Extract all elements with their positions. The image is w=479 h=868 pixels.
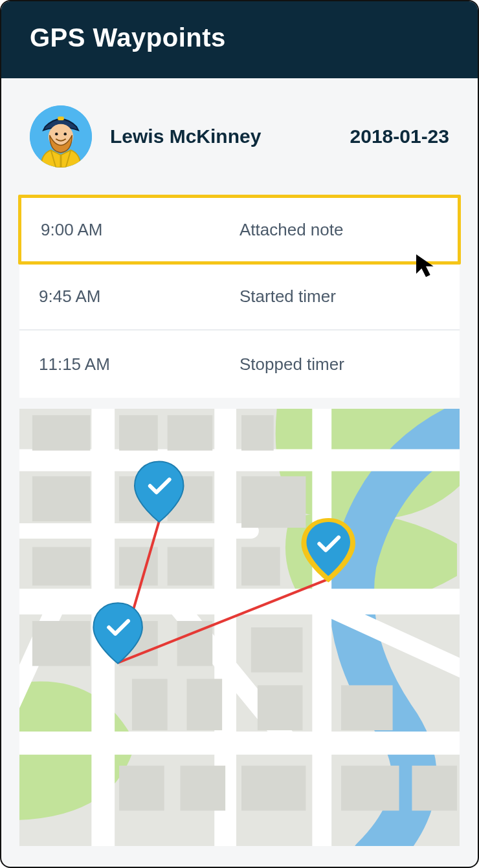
waypoint-action: Attached note [240, 220, 438, 240]
svg-rect-10 [32, 476, 90, 521]
waypoint-row[interactable]: 9:45 AM Started timer [19, 263, 460, 331]
waypoint-row[interactable]: 11:15 AM Stopped timer [19, 331, 460, 398]
avatar [30, 105, 92, 168]
user-name: Lewis McKinney [110, 125, 350, 147]
svg-rect-1 [58, 116, 64, 120]
map[interactable] [19, 409, 460, 846]
svg-rect-6 [32, 415, 90, 451]
svg-rect-17 [241, 547, 280, 586]
waypoint-action: Started timer [240, 287, 440, 307]
svg-rect-16 [241, 476, 306, 528]
svg-rect-8 [168, 415, 213, 451]
svg-rect-7 [119, 415, 158, 451]
waypoint-action: Stopped timer [240, 354, 440, 374]
user-date: 2018-01-23 [350, 125, 449, 147]
svg-rect-27 [181, 766, 226, 811]
svg-point-4 [64, 133, 67, 135]
map-illustration [19, 409, 460, 846]
waypoints-list: 9:00 AM Attached note 9:45 AM Started ti… [19, 195, 460, 398]
svg-rect-22 [132, 679, 168, 731]
svg-rect-15 [32, 547, 90, 586]
svg-rect-18 [32, 621, 90, 666]
svg-rect-14 [168, 547, 213, 586]
svg-rect-29 [341, 766, 399, 811]
avatar-illustration [30, 105, 92, 168]
user-row: Lewis McKinney 2018-01-23 [1, 78, 478, 196]
waypoint-time: 9:45 AM [39, 287, 240, 307]
waypoint-time: 9:00 AM [41, 220, 240, 240]
page-title: GPS Waypoints [30, 23, 449, 52]
svg-rect-26 [119, 766, 164, 811]
svg-rect-21 [186, 679, 222, 731]
gps-waypoints-card: GPS Waypoints Lewis M [0, 0, 479, 868]
svg-rect-28 [241, 766, 306, 811]
svg-rect-23 [251, 627, 303, 673]
waypoint-row[interactable]: 9:00 AM Attached note [18, 195, 461, 265]
svg-rect-24 [258, 685, 303, 730]
svg-point-3 [55, 133, 58, 135]
card-header: GPS Waypoints [1, 1, 478, 78]
svg-rect-30 [412, 766, 457, 811]
svg-rect-9 [241, 415, 274, 451]
svg-rect-13 [119, 547, 158, 586]
svg-rect-25 [341, 685, 393, 730]
waypoint-time: 11:15 AM [39, 354, 240, 374]
